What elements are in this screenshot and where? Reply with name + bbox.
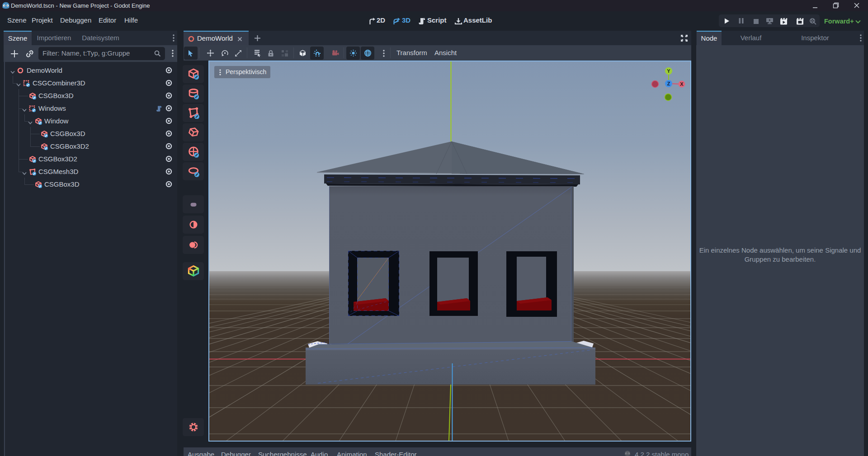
svg-text:X: X bbox=[680, 81, 684, 87]
svg-text:Z: Z bbox=[667, 81, 670, 86]
svg-text:Y: Y bbox=[667, 68, 670, 74]
